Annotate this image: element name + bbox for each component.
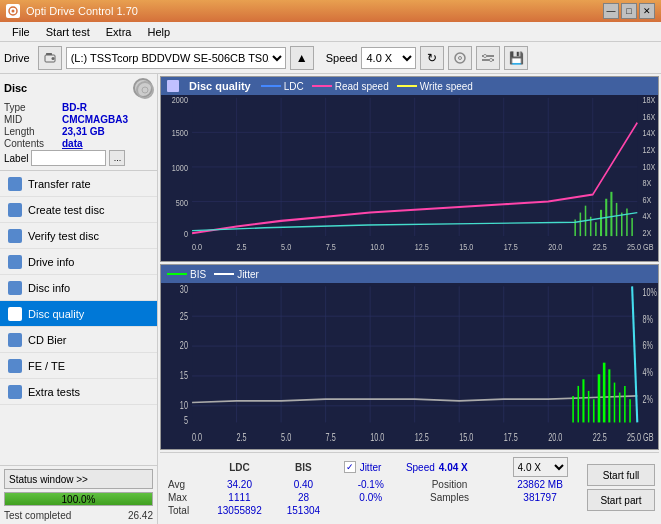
refresh-icon-btn[interactable]: ↻ xyxy=(420,46,444,70)
position-value: 23862 MB xyxy=(497,478,583,491)
svg-text:0: 0 xyxy=(184,228,188,239)
sidebar-item-cd-bier[interactable]: CD Bier xyxy=(0,327,157,353)
speed-select[interactable]: 4.0 X xyxy=(361,47,416,69)
menu-help[interactable]: Help xyxy=(139,24,178,40)
stats-area: LDC BIS ✓ Jitter Speed 4.04 xyxy=(160,452,659,522)
samples-value: 381797 xyxy=(497,491,583,504)
svg-text:8%: 8% xyxy=(642,312,653,325)
nav-label-cd-bier: CD Bier xyxy=(28,334,67,346)
svg-text:2.5: 2.5 xyxy=(237,430,247,443)
chart-area: Disc quality LDC Read speed Write speed xyxy=(158,74,661,524)
nav-label-fe-te: FE / TE xyxy=(28,360,65,372)
speed-header-label: Speed xyxy=(406,462,435,473)
sidebar-item-transfer-rate[interactable]: Transfer rate xyxy=(0,171,157,197)
svg-text:12.5: 12.5 xyxy=(415,430,429,443)
sidebar-item-verify-test-disc[interactable]: Verify test disc xyxy=(0,223,157,249)
disc-graphic xyxy=(133,78,153,98)
settings-icon-btn[interactable] xyxy=(476,46,500,70)
svg-text:4%: 4% xyxy=(642,365,653,378)
svg-text:15.0: 15.0 xyxy=(459,241,473,252)
svg-text:5.0: 5.0 xyxy=(281,241,291,252)
avg-ldc: 34.20 xyxy=(204,478,276,491)
chart-icon xyxy=(167,80,179,92)
verify-test-disc-icon xyxy=(8,229,22,243)
cd-bier-icon xyxy=(8,333,22,347)
svg-point-3 xyxy=(51,57,54,60)
contents-label: Contents xyxy=(4,138,62,149)
svg-text:25.0 GB: 25.0 GB xyxy=(627,241,654,252)
svg-text:15: 15 xyxy=(180,368,188,381)
label-input[interactable] xyxy=(31,150,106,166)
svg-text:7.5: 7.5 xyxy=(326,241,336,252)
nav-label-transfer-rate: Transfer rate xyxy=(28,178,91,190)
transfer-rate-icon xyxy=(8,177,22,191)
chart-top-legend: LDC Read speed Write speed xyxy=(261,81,473,92)
fe-te-icon xyxy=(8,359,22,373)
jitter-legend-label: Jitter xyxy=(237,269,259,280)
contents-value[interactable]: data xyxy=(62,138,83,149)
nav-label-extra-tests: Extra tests xyxy=(28,386,80,398)
save-icon-btn[interactable]: 💾 xyxy=(504,46,528,70)
disc-info-icon xyxy=(8,281,22,295)
eject-icon-btn[interactable]: ▲ xyxy=(290,46,314,70)
read-speed-legend-color xyxy=(312,85,332,87)
status-completed-label: Test completed xyxy=(4,510,71,521)
svg-point-6 xyxy=(459,56,462,59)
drive-select[interactable]: (L:) TSSTcorp BDDVDW SE-506CB TS02 xyxy=(66,47,286,69)
disc-section-title: Disc xyxy=(4,82,27,94)
svg-text:10%: 10% xyxy=(642,285,657,298)
disc-icon-btn[interactable] xyxy=(448,46,472,70)
sidebar-item-disc-quality[interactable]: Disc quality xyxy=(0,301,157,327)
svg-text:2X: 2X xyxy=(642,227,651,238)
svg-text:12.5: 12.5 xyxy=(415,241,429,252)
svg-text:30: 30 xyxy=(180,283,188,295)
start-part-button[interactable]: Start part xyxy=(587,489,655,511)
maximize-button[interactable]: □ xyxy=(621,3,637,19)
sidebar-item-extra-tests[interactable]: Extra tests xyxy=(0,379,157,405)
sidebar-item-disc-info[interactable]: Disc info xyxy=(0,275,157,301)
svg-text:6X: 6X xyxy=(642,194,651,205)
app-icon xyxy=(6,4,20,18)
sidebar-item-fe-te[interactable]: FE / TE xyxy=(0,353,157,379)
status-time-value: 26.42 xyxy=(128,510,153,521)
minimize-button[interactable]: — xyxy=(603,3,619,19)
nav-label-disc-info: Disc info xyxy=(28,282,70,294)
menu-file[interactable]: File xyxy=(4,24,38,40)
svg-text:17.5: 17.5 xyxy=(504,241,518,252)
write-speed-legend-color xyxy=(397,85,417,87)
sidebar-item-create-test-disc[interactable]: Create test disc xyxy=(0,197,157,223)
svg-text:10: 10 xyxy=(180,398,188,411)
svg-text:8X: 8X xyxy=(642,177,651,188)
jitter-checkbox[interactable]: ✓ xyxy=(344,461,356,473)
main-content: Disc Type BD-R MID CMCMAGBA3 Length 23,3… xyxy=(0,74,661,524)
label-browse-btn[interactable]: ... xyxy=(109,150,125,166)
drive-icon-btn[interactable] xyxy=(38,46,62,70)
speed-combo[interactable]: 4.0 X xyxy=(513,457,568,477)
chart-top-body: 2000 1500 1000 500 0 18X 16X 14X 12X 10X… xyxy=(161,95,658,261)
start-full-button[interactable]: Start full xyxy=(587,464,655,486)
svg-text:10.0: 10.0 xyxy=(370,430,384,443)
svg-point-12 xyxy=(142,87,148,93)
type-value: BD-R xyxy=(62,102,87,113)
sidebar-nav: Transfer rate Create test disc Verify te… xyxy=(0,171,157,465)
svg-text:2.5: 2.5 xyxy=(237,241,247,252)
close-button[interactable]: ✕ xyxy=(639,3,655,19)
bis-legend-label: BIS xyxy=(190,269,206,280)
menu-start-test[interactable]: Start test xyxy=(38,24,98,40)
read-speed-legend-label: Read speed xyxy=(335,81,389,92)
samples-label: Samples xyxy=(402,491,497,504)
nav-label-disc-quality: Disc quality xyxy=(28,308,84,320)
sidebar: Disc Type BD-R MID CMCMAGBA3 Length 23,3… xyxy=(0,74,158,524)
chart-bottom-header: BIS Jitter xyxy=(161,265,658,283)
svg-text:17.5: 17.5 xyxy=(504,430,518,443)
chart-bottom: BIS Jitter xyxy=(160,264,659,450)
status-window-button[interactable]: Status window >> xyxy=(4,469,153,489)
menu-extra[interactable]: Extra xyxy=(98,24,140,40)
svg-text:5: 5 xyxy=(184,413,188,426)
bis-legend-color xyxy=(167,273,187,275)
svg-text:25: 25 xyxy=(180,309,188,322)
sidebar-item-drive-info[interactable]: Drive info xyxy=(0,249,157,275)
chart-top: Disc quality LDC Read speed Write speed xyxy=(160,76,659,262)
nav-label-verify-test-disc: Verify test disc xyxy=(28,230,99,242)
max-ldc: 1111 xyxy=(204,491,276,504)
